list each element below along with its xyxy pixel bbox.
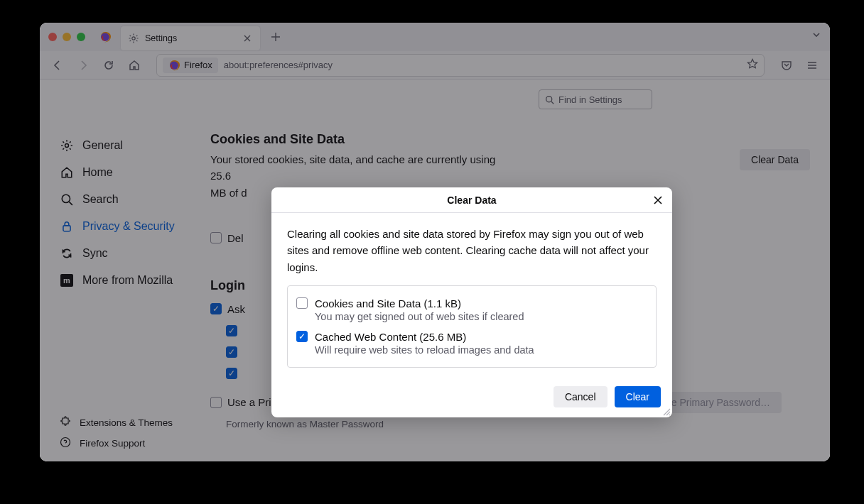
close-dialog-button[interactable] — [651, 193, 665, 207]
option-cookies-label: Cookies and Site Data (1.1 kB) — [315, 297, 461, 309]
dialog-options: Cookies and Site Data (1.1 kB) You may g… — [287, 285, 657, 368]
clear-button[interactable]: Clear — [615, 386, 661, 407]
option-cache-label: Cached Web Content (25.6 MB) — [315, 331, 466, 343]
resize-handle[interactable] — [661, 406, 671, 416]
option-cached-content[interactable]: Cached Web Content (25.6 MB) Will requir… — [296, 327, 647, 360]
dialog-title: Clear Data — [447, 195, 496, 206]
dialog-description: Clearing all cookies and site data store… — [287, 226, 657, 275]
option-cache-sub: Will require web sites to reload images … — [315, 344, 647, 356]
dialog-body: Clearing all cookies and site data store… — [271, 213, 672, 378]
option-cookies-sub: You may get signed out of web sites if c… — [315, 311, 647, 322]
cancel-button[interactable]: Cancel — [554, 386, 608, 407]
browser-window: Settings Firefox about:preferences#priva… — [40, 23, 830, 461]
option-cookies-site-data[interactable]: Cookies and Site Data (1.1 kB) You may g… — [296, 293, 647, 327]
checkbox-checked[interactable] — [296, 331, 308, 342]
checkbox-unchecked[interactable] — [296, 297, 308, 309]
clear-data-dialog: Clear Data Clearing all cookies and site… — [271, 187, 672, 417]
dialog-footer: Cancel Clear — [271, 378, 672, 417]
dialog-header: Clear Data — [271, 187, 672, 213]
